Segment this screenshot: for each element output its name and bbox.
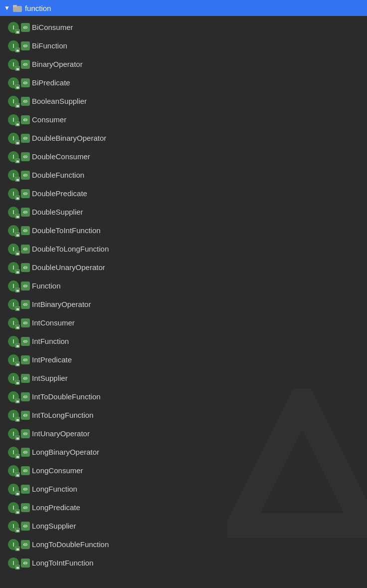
link-icon: [21, 448, 30, 457]
interface-icon: I: [8, 539, 19, 550]
svg-rect-13: [16, 234, 19, 236]
header: ▼ function: [0, 0, 367, 16]
lock-badge-icon: [15, 103, 20, 108]
interface-icon: I: [8, 521, 19, 532]
lock-badge-icon: [15, 288, 20, 293]
lock-badge-icon: [15, 324, 20, 329]
list-item[interactable]: IIntUnaryOperator: [0, 424, 367, 443]
interface-icon: I: [8, 225, 19, 236]
list-item[interactable]: IIntSupplier: [0, 369, 367, 387]
list-item[interactable]: IIntConsumer: [0, 313, 367, 332]
interface-icon: I: [8, 465, 19, 476]
list-item[interactable]: IDoubleToLongFunction: [0, 240, 367, 258]
link-icon: [21, 152, 30, 161]
list-item[interactable]: ILongToDoubleFunction: [0, 535, 367, 554]
package-list: IBiConsumerIBiFunctionIBinaryOperatorIBi…: [0, 16, 367, 572]
list-item[interactable]: ILongBinaryOperator: [0, 443, 367, 461]
interface-icon: I: [8, 299, 19, 310]
link-icon: [21, 134, 30, 143]
list-item[interactable]: IIntFunction: [0, 332, 367, 350]
interface-icon: I: [8, 77, 19, 88]
item-name: LongSupplier: [32, 522, 76, 530]
list-item[interactable]: IConsumer: [0, 110, 367, 129]
lock-badge-icon: [15, 454, 20, 459]
lock-badge-icon: [15, 158, 20, 163]
lock-badge-icon: [15, 232, 20, 237]
item-name: BiPredicate: [32, 78, 70, 87]
collapse-chevron[interactable]: ▼: [4, 5, 10, 11]
link-icon: [21, 559, 30, 568]
link-icon: [21, 115, 30, 124]
lock-badge-icon: [15, 343, 20, 348]
lock-badge-icon: [15, 84, 20, 89]
lock-badge-icon: [15, 140, 20, 145]
list-item[interactable]: IBooleanSupplier: [0, 92, 367, 110]
item-name: IntPredicate: [32, 355, 72, 364]
link-icon: [21, 466, 30, 475]
list-item[interactable]: IDoubleToIntFunction: [0, 221, 367, 240]
link-icon: [21, 23, 30, 32]
svg-rect-21: [16, 382, 19, 384]
interface-icon: I: [8, 558, 19, 569]
item-name: DoubleFunction: [32, 171, 84, 179]
interface-icon: I: [8, 96, 19, 107]
item-name: IntSupplier: [32, 374, 68, 382]
link-icon: [21, 429, 30, 438]
list-item[interactable]: IIntToDoubleFunction: [0, 387, 367, 406]
svg-rect-15: [16, 271, 19, 273]
link-icon: [21, 245, 30, 254]
svg-rect-3: [16, 49, 19, 51]
list-item[interactable]: ILongFunction: [0, 480, 367, 498]
svg-rect-20: [16, 363, 19, 365]
item-name: IntFunction: [32, 337, 69, 345]
svg-rect-24: [16, 437, 19, 439]
list-item[interactable]: IBiConsumer: [0, 18, 367, 36]
link-icon: [21, 411, 30, 420]
link-icon: [21, 522, 30, 531]
list-item[interactable]: IIntToLongFunction: [0, 406, 367, 424]
list-item[interactable]: ILongPredicate: [0, 498, 367, 517]
list-item[interactable]: IIntBinaryOperator: [0, 295, 367, 313]
svg-rect-16: [16, 290, 19, 292]
link-icon: [21, 282, 30, 291]
lock-badge-icon: [15, 195, 20, 200]
list-item[interactable]: ILongConsumer: [0, 461, 367, 480]
list-item[interactable]: IDoublePredicate: [0, 184, 367, 203]
list-item[interactable]: IDoubleConsumer: [0, 147, 367, 166]
svg-rect-10: [16, 179, 19, 181]
link-icon: [21, 300, 30, 309]
link-icon: [21, 78, 30, 87]
item-name: LongBinaryOperator: [32, 448, 99, 456]
interface-icon: I: [8, 133, 19, 144]
item-name: DoubleToIntFunction: [32, 226, 101, 235]
interface-icon: I: [8, 354, 19, 365]
list-item[interactable]: IDoubleFunction: [0, 166, 367, 184]
list-item[interactable]: IFunction: [0, 277, 367, 295]
svg-rect-27: [16, 493, 19, 495]
lock-badge-icon: [15, 214, 20, 219]
list-item[interactable]: ILongSupplier: [0, 517, 367, 535]
svg-rect-19: [16, 345, 19, 347]
list-item[interactable]: IDoubleUnaryOperator: [0, 258, 367, 277]
item-name: DoubleUnaryOperator: [32, 263, 105, 272]
list-item[interactable]: IBiPredicate: [0, 73, 367, 92]
svg-rect-12: [16, 216, 19, 218]
link-icon: [21, 355, 30, 364]
list-item[interactable]: ILongToIntFunction: [0, 554, 367, 572]
list-item[interactable]: IBiFunction: [0, 36, 367, 55]
interface-icon: I: [8, 484, 19, 495]
list-item[interactable]: IBinaryOperator: [0, 55, 367, 73]
list-item[interactable]: IDoubleSupplier: [0, 203, 367, 221]
interface-icon: I: [8, 59, 19, 70]
interface-icon: I: [8, 22, 19, 33]
interface-icon: I: [8, 262, 19, 273]
lock-badge-icon: [15, 491, 20, 496]
interface-icon: I: [8, 244, 19, 255]
item-name: DoubleToLongFunction: [32, 245, 109, 253]
list-item[interactable]: IIntPredicate: [0, 350, 367, 369]
lock-badge-icon: [15, 306, 20, 311]
interface-icon: I: [8, 151, 19, 162]
interface-icon: I: [8, 188, 19, 199]
list-item[interactable]: IDoubleBinaryOperator: [0, 129, 367, 147]
lock-badge-icon: [15, 398, 20, 403]
